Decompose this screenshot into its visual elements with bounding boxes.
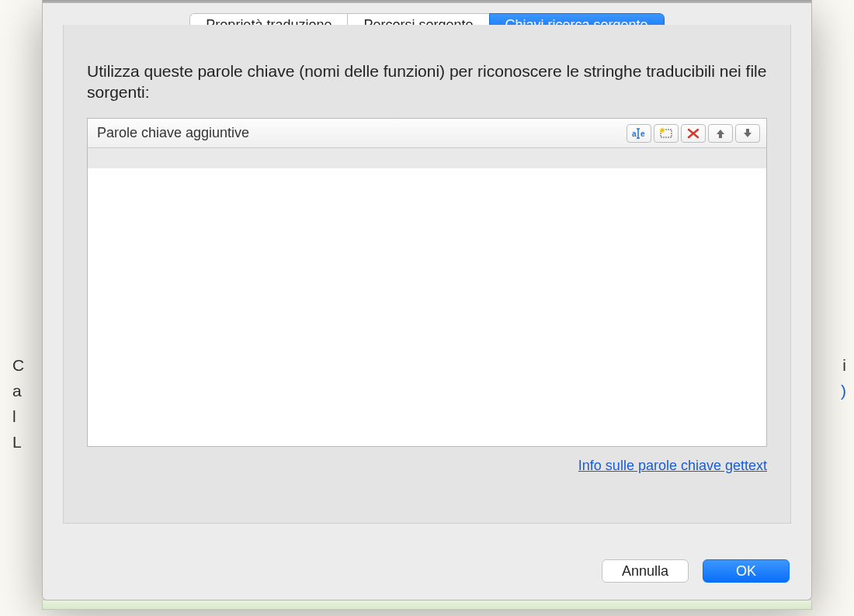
help-link-gettext[interactable]: Info sulle parole chiave gettext	[87, 458, 767, 474]
cancel-button[interactable]: Annulla	[602, 559, 689, 583]
delete-icon[interactable]	[681, 124, 706, 143]
move-down-icon[interactable]	[735, 124, 760, 143]
svg-text:a: a	[632, 130, 637, 138]
background-text-left: C a l L	[12, 352, 28, 455]
tab-panel: Utilizza queste parole chiave (nomi dell…	[63, 25, 791, 524]
list-toolbar: a e	[627, 124, 760, 143]
instruction-text: Utilizza queste parole chiave (nomi dell…	[87, 61, 767, 102]
list-header-title: Parole chiave aggiuntive	[97, 125, 249, 141]
edit-text-icon[interactable]: a e	[627, 124, 651, 143]
background-text-right: i )	[827, 352, 846, 403]
ok-button[interactable]: OK	[703, 559, 790, 583]
dialog-button-bar: Annulla OK	[602, 559, 790, 583]
list-body[interactable]	[88, 148, 766, 446]
list-header: Parole chiave aggiuntive a e	[88, 119, 766, 148]
background-window-strip	[42, 600, 812, 610]
keywords-listbox: Parole chiave aggiuntive a e	[87, 118, 767, 447]
dialog-sheet: Proprietà traduzione Percorsi sorgente C…	[42, 0, 812, 600]
sheet-top-border	[43, 0, 811, 3]
move-up-icon[interactable]	[708, 124, 733, 143]
list-row-empty[interactable]	[88, 148, 766, 168]
svg-text:e: e	[640, 130, 645, 138]
new-item-icon[interactable]	[654, 124, 679, 143]
